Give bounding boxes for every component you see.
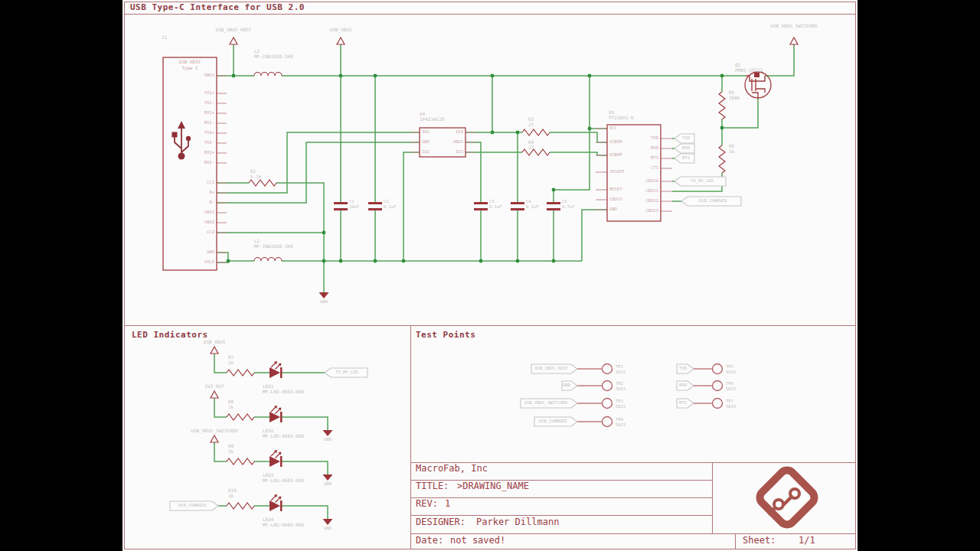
c1-value: 10uF [349, 205, 359, 210]
titleblock-date-value: not saved! [450, 536, 505, 546]
j1-name-line1: USB HOST [170, 60, 210, 64]
j1-pin-label: RX1- [193, 121, 214, 126]
j1-pin-label: D+ [193, 191, 214, 195]
u4-pin-label: VBUS [442, 140, 463, 145]
led2-source-label: 3V3_OUT [180, 384, 249, 389]
r5-value: 100k [729, 96, 740, 100]
j1-pin-label: TX2- [193, 141, 214, 145]
net-tag-label-tx-rx-led: TX_RX_LED [679, 179, 725, 184]
tp7-ref: TP7 [726, 399, 733, 404]
test-point-tp3 [603, 399, 612, 409]
j1-ref: J1 [162, 35, 167, 40]
net-tag-label-usb-charged: USB_CHARGED [686, 199, 740, 204]
u5-pin-label: CBUS2 [635, 199, 658, 204]
test-point-tp6 [713, 381, 723, 391]
u4-pin-label: IO2 [422, 150, 430, 155]
titleblock-rev-label: REV: [416, 499, 438, 509]
flag-label-vbus-switched: USB_VBUS_SWITCHED [756, 24, 832, 28]
r10-value: 1k [228, 494, 234, 498]
sheet-title: USB Type-C Interface for USB 2.0 [130, 3, 305, 12]
u4-pin-label: IO4 [442, 130, 463, 135]
tp7-net-label: RTS [677, 401, 689, 406]
tp6-pad: 5015 [726, 387, 736, 392]
j1-pin-label: VBUS [193, 73, 214, 78]
j1-pin-label: SBU2 [193, 220, 214, 225]
r8-value: 1k [228, 405, 234, 409]
led1-source-label: USB_VBUS [180, 340, 249, 344]
tp1-pad: 5015 [616, 370, 626, 375]
u5-pin-label: RESET [609, 187, 622, 192]
u4-pin-label: GND [422, 140, 430, 145]
gnd-label-led2: GND [322, 438, 334, 442]
tp6-net-label: RXD [677, 383, 689, 388]
net-tag-label-txd: TXD [679, 136, 693, 141]
test-point-tp2 [603, 381, 612, 391]
led-section-title: LED Indicators [132, 331, 208, 340]
led4-source-tag-label: USB_CHARGED [173, 504, 211, 508]
j1-name-line2: Type C [170, 66, 210, 70]
u5-pin-label: USBDM [609, 140, 622, 145]
c5-ref: C5 [562, 200, 567, 204]
tp4-net-label: USB_CHARGED [536, 419, 570, 424]
q1-value: PMOS-SOT23 [735, 68, 763, 73]
test-point-tp5 [713, 364, 723, 374]
flag-label-vbus: USB_VBUS [306, 28, 375, 32]
u5-pin-label: CTS [635, 166, 658, 171]
led3-part: MF-LED-0603-RED [263, 478, 304, 483]
tp3-net-label: USB_VBUS_SWITCHED [522, 401, 570, 406]
tp4-ref: TP4 [616, 418, 623, 422]
schematic-viewport: USB Type-C Interface for USB 2.0 J1 USB … [0, 0, 980, 551]
u5-pin-label: CBUS0 [635, 179, 658, 184]
c5-value: 4.7uF [562, 205, 575, 210]
u5-value: FT230XS-R [609, 116, 634, 120]
c4-ref: C4 [526, 200, 531, 204]
j1-pin-label: RX2- [193, 161, 214, 165]
r6-value: 1k [729, 149, 734, 154]
titleblock-sheet-value: 1/1 [799, 536, 815, 546]
titleblock-designer-value: Parker Dillmann [476, 517, 559, 527]
l2-value: MF-IND2020-1R0 [254, 244, 293, 249]
gnd-label-led4: GND [322, 527, 334, 531]
u5-pin-label: RXD [635, 146, 658, 151]
u5-pin-label: CBUS3 [635, 209, 658, 214]
test-points-title: Test Points [416, 331, 475, 340]
tp1-net-label: USB_VBUS_HOST [533, 367, 570, 371]
titleblock-title-value: >DRAWING_NAME [457, 481, 529, 491]
net-tag-label-rts: RTS [679, 156, 693, 161]
test-point-tp4 [603, 417, 612, 427]
c4-value: 0.1uF [526, 205, 539, 210]
c2-value: 0.1uF [384, 205, 397, 210]
j1-pin-label: D- [193, 201, 214, 205]
c3-value: 0.1uF [489, 205, 502, 210]
u5-pin-label: USBDP [609, 153, 622, 158]
test-point-tp1 [603, 364, 612, 374]
j1-pin-label: SHLD [193, 260, 214, 265]
titleblock-company: MacroFab, Inc [416, 464, 488, 474]
tp7-pad: 5015 [726, 405, 736, 409]
tp6-ref: TP6 [726, 382, 733, 386]
r3-value: 27 [528, 122, 534, 127]
titleblock-rev-value: 1 [445, 499, 450, 509]
r4-value: 27 [528, 145, 534, 150]
titleblock-date-label: Date: [416, 536, 443, 546]
r7-value: 1k [228, 360, 234, 365]
sheet-background [122, 0, 858, 551]
j1-pin-label: RX2+ [193, 151, 214, 155]
led1-sink-tag-label: TX_RX_LED [329, 370, 364, 375]
c2-ref: C2 [384, 200, 389, 204]
test-point-tp7 [713, 399, 723, 409]
tp1-ref: TP1 [616, 365, 623, 370]
c3-ref: C3 [489, 200, 495, 204]
u5-pin-label: RTS [635, 156, 658, 161]
led3-source-label: USB_VBUS_SWITCHED [172, 429, 256, 433]
u4-pin-label: IO1 [422, 130, 430, 135]
tp3-pad: 5015 [616, 405, 626, 409]
j1-pin-label: SBU1 [193, 210, 214, 215]
gnd-label-led3: GND [322, 482, 334, 487]
l1-value: MF-IND2020-1R0 [254, 54, 293, 59]
u5-pin-label: CBUS1 [635, 189, 658, 194]
j1-pin-label: RX1+ [193, 111, 214, 116]
titleblock-designer-label: DESIGNER: [416, 517, 466, 527]
tp2-pad: 5015 [616, 387, 626, 392]
tp2-ref: TP2 [616, 382, 623, 386]
